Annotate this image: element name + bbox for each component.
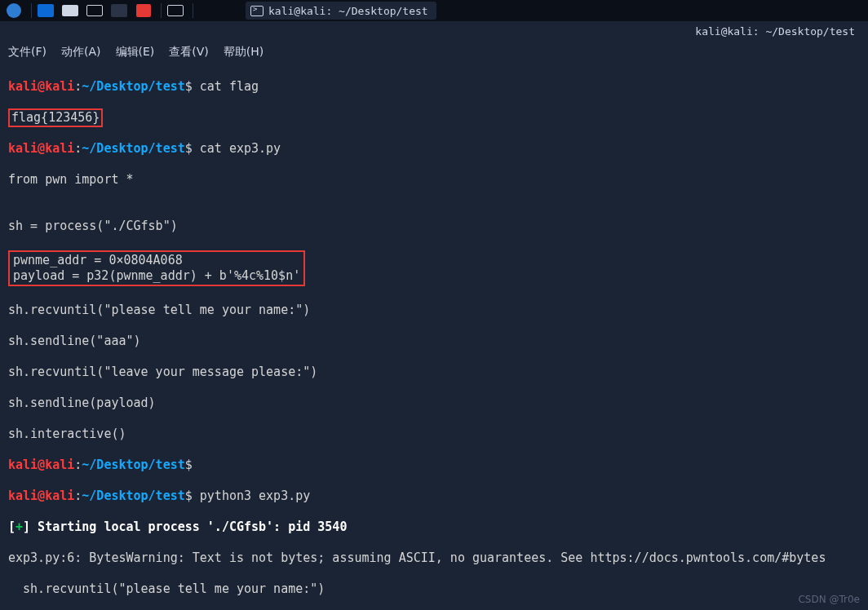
taskbar-separator xyxy=(161,3,162,18)
taskbar-separator xyxy=(193,3,193,18)
file-manager-icon[interactable] xyxy=(60,2,81,19)
taskbar-window-title: kali@kali: ~/Desktop/test xyxy=(268,5,428,17)
kali-logo-icon[interactable] xyxy=(3,2,24,19)
script-line: sh.sendline("aaa") xyxy=(8,334,860,349)
starting-process: ] Starting local process './CGfsb': pid … xyxy=(23,519,347,534)
prompt-user: kali@kali xyxy=(8,79,74,94)
watermark: CSDN @Tr0e xyxy=(798,594,860,605)
warning-line: exp3.py:6: BytesWarning: Text is not byt… xyxy=(8,550,860,566)
taskbar: kali@kali: ~/Desktop/test xyxy=(0,0,868,21)
window-title-path: kali@kali: ~/Desktop/test xyxy=(0,21,868,41)
terminal-window-icon xyxy=(250,6,264,16)
payload-highlight: pwnme_addr = 0×0804A068payload = p32(pwn… xyxy=(8,250,305,286)
taskbar-window-button[interactable]: kali@kali: ~/Desktop/test xyxy=(246,2,436,20)
warning-line: sh.recvuntil("please tell me your name:"… xyxy=(8,581,860,597)
menu-file[interactable]: 文件(F) xyxy=(8,45,46,60)
terminal-icon[interactable] xyxy=(84,2,105,19)
script-line: sh.interactive() xyxy=(8,427,860,442)
terminal-output[interactable]: kali@kali:~/Desktop/test$ cat flag flag{… xyxy=(0,64,868,610)
script-line: sh.sendline(payload) xyxy=(8,396,860,411)
menu-action[interactable]: 动作(A) xyxy=(61,45,101,60)
workspace-switcher-icon[interactable] xyxy=(165,2,186,19)
flag-output-highlight: flag{123456} xyxy=(8,108,103,127)
prompt-path: ~/Desktop/test xyxy=(82,79,184,94)
status-plus-icon: + xyxy=(16,519,23,534)
code-editor-icon[interactable] xyxy=(108,2,130,19)
command-cat-flag: cat flag xyxy=(193,79,259,94)
script-line: from pwn import * xyxy=(8,172,860,188)
menu-view[interactable]: 查看(V) xyxy=(169,45,209,60)
script-line: sh.recvuntil("leave your message please:… xyxy=(8,365,860,380)
command-python3: python3 exp3.py xyxy=(193,488,311,503)
taskbar-app-red-icon[interactable] xyxy=(133,2,154,19)
taskbar-separator xyxy=(31,3,32,18)
menu-help[interactable]: 帮助(H) xyxy=(224,45,264,60)
menubar: 文件(F) 动作(A) 编辑(E) 查看(V) 帮助(H) xyxy=(0,41,868,64)
script-line: sh = process("./CGfsb") xyxy=(8,219,860,234)
command-cat-exp3: cat exp3.py xyxy=(193,141,281,156)
taskbar-app-1-icon[interactable] xyxy=(35,2,56,19)
script-line: sh.recvuntil("please tell me your name:"… xyxy=(8,303,860,318)
menu-edit[interactable]: 编辑(E) xyxy=(116,45,155,60)
